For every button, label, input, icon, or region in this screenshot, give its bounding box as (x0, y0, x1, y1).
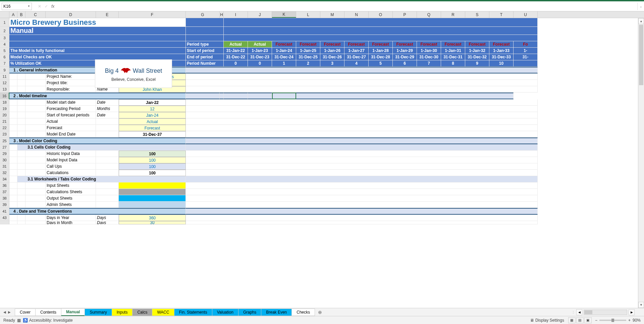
col-T[interactable]: T (489, 11, 514, 18)
admin-sheets-color[interactable] (119, 202, 186, 208)
zoom-level[interactable]: 90% (633, 318, 641, 323)
actual-label[interactable]: Actual (46, 118, 96, 125)
zoom-out-icon[interactable]: − (595, 318, 597, 323)
accessibility-icon[interactable]: ♿ (23, 318, 28, 323)
col-B[interactable]: B (17, 11, 25, 18)
cancel-icon[interactable]: ✕ (38, 4, 41, 9)
status-line-5[interactable]: The Model is fully functional (9, 48, 186, 54)
col-A[interactable]: A (9, 11, 17, 18)
tab-nav-next-icon[interactable]: ▶ (8, 310, 11, 314)
row-27[interactable]: 27 (0, 144, 9, 151)
tab-graphs[interactable]: Graphs (238, 309, 261, 316)
row-2[interactable]: 2 (0, 27, 9, 35)
col-I[interactable]: I (224, 11, 248, 18)
col-C[interactable]: C (25, 11, 46, 18)
hscroll-track[interactable] (584, 310, 627, 315)
tab-valuation[interactable]: Valuation (212, 309, 238, 316)
scroll-down-icon[interactable]: ▼ (638, 302, 644, 308)
row-1[interactable]: 1 (0, 18, 9, 27)
tab-scroll-dots-icon[interactable]: ⋮ (572, 310, 575, 314)
spreadsheet-grid[interactable]: 1 Micro Brewery Business 2 Manual 3 4 Pe… (0, 18, 644, 224)
col-J[interactable]: J (248, 11, 272, 18)
project-name-label[interactable]: Project Name: (46, 73, 96, 80)
start-period-label[interactable]: Start of period (186, 48, 224, 54)
col-K[interactable]: K (272, 11, 296, 18)
row-25[interactable]: 25 (0, 138, 9, 144)
col-P[interactable]: P (393, 11, 417, 18)
col-E[interactable]: E (96, 11, 119, 18)
scroll-up-icon[interactable]: ▲ (638, 18, 644, 24)
row-20[interactable]: 20 (0, 112, 9, 118)
section-3-header[interactable]: 3 . Model Color Coding (9, 138, 186, 144)
section-4-header[interactable]: 4 . Date and Time Conventions (9, 208, 186, 215)
selected-cell-k16[interactable] (272, 93, 296, 99)
row-21[interactable]: 21 (0, 118, 9, 125)
tab-fin-statements[interactable]: Fin. Statements (174, 309, 212, 316)
tab-inputs[interactable]: Inputs (112, 309, 133, 316)
row-3[interactable]: 3 (0, 35, 9, 41)
title[interactable]: Micro Brewery Business (9, 18, 186, 27)
col-R[interactable]: R (441, 11, 465, 18)
row-23[interactable]: 23 (0, 131, 9, 138)
name-box-dropdown-icon[interactable]: ▼ (28, 5, 30, 8)
tab-calcs[interactable]: Calcs (132, 309, 152, 316)
add-sheet-icon[interactable]: ⊕ (315, 309, 325, 316)
row-16[interactable]: 16 (0, 93, 9, 99)
vscroll-thumb[interactable] (639, 25, 643, 85)
row-6[interactable]: 6 (0, 54, 9, 60)
row-38[interactable]: 38 (0, 195, 9, 202)
tab-summary[interactable]: Summary (85, 309, 112, 316)
row-22[interactable]: 22 (0, 125, 9, 131)
tab-cover[interactable]: Cover (15, 309, 36, 316)
calc-sheets-color[interactable] (119, 189, 186, 195)
row-44[interactable] (0, 221, 9, 224)
row-39[interactable]: 39 (0, 202, 9, 208)
row-18[interactable]: 18 (0, 99, 9, 106)
col-L[interactable]: L (296, 11, 320, 18)
row-43[interactable]: 43 (0, 215, 9, 221)
tab-wacc[interactable]: WACC (152, 309, 174, 316)
name-box[interactable]: K16 ▼ (2, 3, 32, 10)
subtitle[interactable]: Manual (9, 27, 186, 35)
zoom-in-icon[interactable]: + (628, 318, 631, 323)
col-N[interactable]: N (344, 11, 369, 18)
row-13[interactable]: 13 (0, 86, 9, 93)
row-11[interactable]: 11 (0, 73, 9, 80)
col-M[interactable]: M (320, 11, 344, 18)
col-F[interactable]: F (119, 11, 186, 18)
confirm-icon[interactable]: ✓ (45, 4, 48, 9)
vertical-scrollbar[interactable]: ▲ ▼ (638, 18, 644, 308)
row-19[interactable]: 19 (0, 106, 9, 112)
row-9[interactable]: 9 (0, 67, 9, 73)
hscroll-left-icon[interactable]: ◀ (576, 309, 582, 315)
view-page-break-icon[interactable]: ▣ (584, 317, 592, 323)
project-title-label[interactable]: Project title: (46, 80, 96, 86)
row-5[interactable]: 5 (0, 48, 9, 54)
forecast-label[interactable]: Forecast (46, 125, 96, 131)
col-O[interactable]: O (369, 11, 393, 18)
tab-nav-prev-icon[interactable]: ◀ (3, 310, 6, 314)
row-31[interactable]: 31 (0, 163, 9, 170)
col-G[interactable]: G (186, 11, 220, 18)
display-settings-icon[interactable]: 🖥 (530, 318, 534, 323)
fx-icon[interactable]: fx (51, 4, 54, 9)
view-page-layout-icon[interactable]: ▤ (576, 317, 584, 323)
row-29[interactable]: 29 (0, 151, 9, 157)
col-H[interactable]: H (220, 11, 224, 18)
tab-checks[interactable]: Checks (291, 309, 315, 316)
period-num-label[interactable]: Period Number (186, 60, 224, 67)
col-Q[interactable]: Q (417, 11, 441, 18)
model-end-label[interactable]: Model End Date (46, 131, 96, 138)
start-forecast-label[interactable]: Start of forecast periods (46, 112, 96, 118)
select-all-corner[interactable] (0, 11, 9, 18)
hscroll-right-icon[interactable]: ▶ (629, 309, 635, 315)
col-S[interactable]: S (465, 11, 489, 18)
responsible-label[interactable]: Responsible: (46, 86, 96, 93)
row-32[interactable]: 32 (0, 170, 9, 176)
input-sheets-color[interactable] (119, 182, 186, 189)
row-30[interactable]: 30 (0, 157, 9, 163)
view-normal-icon[interactable]: ▦ (568, 317, 576, 323)
tab-break-even[interactable]: Break Even (261, 309, 292, 316)
forecasting-period-label[interactable]: Forecasting Period (46, 106, 96, 112)
hscroll-thumb[interactable] (584, 310, 592, 314)
